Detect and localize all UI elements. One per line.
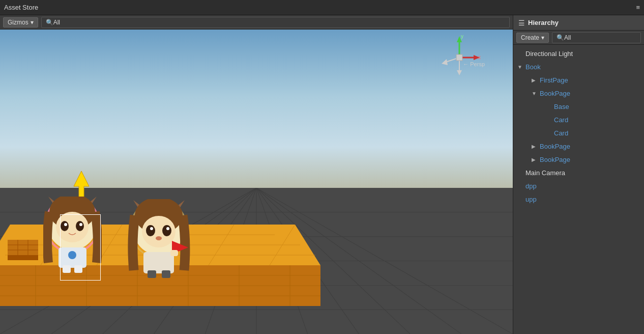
hierarchy-content: Directional Light ▼ Book ▶ FirstPage	[513, 45, 644, 334]
gizmos-arrow: ▾	[31, 19, 34, 26]
viewport-panel: Gizmos ▾	[0, 15, 513, 334]
svg-rect-76	[170, 250, 178, 256]
item-label-firstpage: FirstPage	[540, 76, 568, 84]
svg-point-57	[64, 223, 67, 226]
svg-rect-89	[456, 54, 462, 61]
svg-marker-88	[457, 70, 462, 75]
persp-label: ← Persp	[463, 61, 485, 67]
svg-point-73	[156, 236, 162, 240]
create-arrow: ▾	[541, 34, 544, 41]
item-label-book: Book	[525, 63, 541, 71]
expand-arrow-bookpage1: ▼	[532, 91, 539, 96]
hierarchy-item-main-camera[interactable]: Main Camera	[513, 166, 644, 179]
svg-rect-61	[63, 265, 71, 273]
orange-crate	[8, 240, 38, 260]
hierarchy-item-bookpage2[interactable]: ▶ BookPage	[513, 140, 644, 153]
svg-point-70	[162, 225, 171, 236]
item-label-base: Base	[554, 103, 569, 110]
hierarchy-search-input[interactable]	[552, 32, 641, 43]
expand-arrow-bookpage3: ▶	[532, 157, 539, 162]
item-label-bookpage2: BookPage	[540, 143, 570, 150]
svg-point-71	[150, 227, 153, 230]
svg-rect-77	[148, 270, 156, 278]
svg-rect-74	[143, 252, 174, 273]
hierarchy-item-directional-light[interactable]: Directional Light	[513, 47, 644, 60]
svg-rect-37	[8, 240, 38, 255]
svg-point-58	[79, 223, 82, 226]
item-label-card1: Card	[554, 116, 568, 124]
item-label-dpp: dpp	[525, 182, 537, 190]
hierarchy-item-card1[interactable]: Card	[513, 113, 644, 126]
hierarchy-item-base[interactable]: Base	[513, 100, 644, 113]
top-bar-menu-icon[interactable]: ≡	[636, 4, 640, 11]
hierarchy-item-dpp[interactable]: dpp	[513, 179, 644, 192]
svg-text:x: x	[478, 54, 481, 60]
expand-arrow-book: ▼	[517, 64, 524, 70]
hierarchy-panel: ☰ Hierarchy Create ▾ Directional Light	[513, 15, 644, 334]
create-button[interactable]: Create ▾	[516, 33, 549, 43]
svg-point-60	[68, 251, 76, 259]
hierarchy-panel-icon: ☰	[518, 19, 525, 27]
viewport-gizmo[interactable]: y x	[436, 35, 482, 80]
item-label-upp: upp	[525, 196, 537, 203]
item-label-card2: Card	[554, 129, 568, 137]
svg-point-69	[146, 225, 155, 236]
svg-point-72	[166, 227, 169, 230]
expand-arrow-firstpage: ▶	[532, 77, 539, 83]
hierarchy-item-firstpage[interactable]: ▶ FirstPage	[513, 73, 644, 87]
main-layout: Gizmos ▾	[0, 15, 644, 334]
hierarchy-title: Hierarchy	[528, 19, 559, 26]
item-label-bookpage3: BookPage	[540, 156, 570, 163]
svg-point-56	[76, 221, 84, 231]
item-label-bookpage1: BookPage	[540, 90, 570, 97]
hierarchy-item-upp[interactable]: upp	[513, 192, 644, 206]
create-label: Create	[521, 34, 539, 41]
hierarchy-item-bookpage3[interactable]: ▶ BookPage	[513, 153, 644, 166]
viewport-toolbar: Gizmos ▾	[0, 15, 513, 30]
hierarchy-item-book[interactable]: ▼ Book	[513, 60, 644, 73]
svg-text:y: y	[461, 35, 463, 39]
top-bar: Asset Store ≡	[0, 0, 644, 15]
svg-marker-86	[442, 59, 448, 65]
character-left	[43, 197, 102, 273]
hierarchy-toolbar: Create ▾	[513, 31, 644, 45]
character-right	[127, 199, 191, 278]
svg-rect-78	[162, 270, 170, 278]
item-label-directional-light: Directional Light	[525, 50, 573, 58]
hierarchy-item-card2[interactable]: Card	[513, 126, 644, 140]
gizmos-button[interactable]: Gizmos ▾	[3, 17, 38, 27]
viewport-3d[interactable]: y x ← Persp	[0, 30, 513, 334]
viewport-search-input[interactable]	[41, 17, 510, 28]
item-label-main-camera: Main Camera	[525, 169, 565, 177]
hierarchy-header: ☰ Hierarchy	[513, 15, 644, 31]
svg-point-55	[61, 221, 69, 231]
svg-rect-62	[74, 265, 82, 273]
svg-rect-38	[8, 255, 38, 260]
hierarchy-item-bookpage1[interactable]: ▼ BookPage	[513, 87, 644, 100]
asset-store-title: Asset Store	[4, 4, 38, 11]
gizmos-label: Gizmos	[8, 19, 28, 26]
expand-arrow-bookpage2: ▶	[532, 144, 539, 149]
